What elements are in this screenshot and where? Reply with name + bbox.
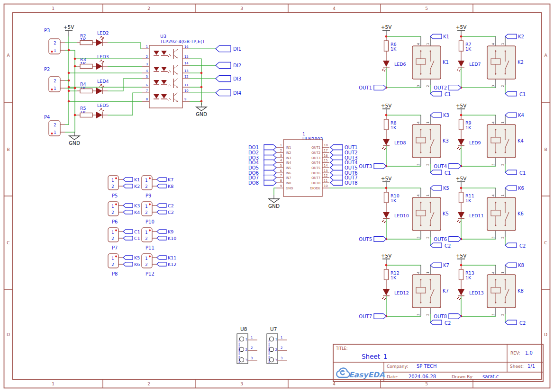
net-label: DI4 — [233, 90, 241, 96]
net-label: DO8 — [248, 180, 259, 186]
title-value[interactable]: Sheet_1 — [362, 353, 387, 360]
di-flag-1[interactable]: DI1 — [216, 45, 241, 52]
drawn-by-value[interactable]: sarat.c — [482, 374, 499, 379]
ic-value: TLP292-4(GB-TP,E(T — [160, 39, 205, 44]
row-ruler-label: A — [544, 53, 547, 58]
di-flag-2[interactable]: DI2 — [216, 62, 241, 68]
net-label: K2 — [518, 34, 524, 39]
title-block: TITLE: Sheet_1 REV: 1.0 Company: SP TECH… — [333, 344, 543, 382]
net-label: DI2 — [233, 63, 241, 68]
net-flag-icon — [216, 75, 231, 81]
input-channel-4[interactable]: R5 1K LED5 — [77, 103, 109, 118]
mount-u8[interactable]: U8 — [237, 326, 257, 364]
net-label: K1 — [443, 34, 449, 39]
net-label: OUT2 — [345, 150, 358, 155]
svg-text:18: 18 — [324, 143, 328, 147]
net-label: OUT1 — [345, 145, 358, 150]
jumper-p8[interactable]: K5 K6 P8 — [108, 254, 140, 276]
jumper-p6[interactable]: K3 K4 P6 — [108, 202, 140, 224]
net-label: K6 — [518, 186, 524, 191]
easyeda-logo-text: EasyEDA — [349, 371, 385, 379]
net-flag-icon — [264, 165, 276, 170]
mount-u7[interactable]: U7 — [267, 326, 287, 364]
mount-ref: U8 — [240, 326, 247, 332]
net-flag-icon — [330, 150, 343, 155]
jumper-matrix[interactable]: K1 K2 P5 K3 K4 P6 C1 C1 P7 K5 K6 P8 K7 K… — [108, 176, 176, 276]
col-ruler-label: 1 — [52, 6, 54, 11]
net-label: K3 — [443, 113, 449, 118]
input-channel-2[interactable]: R3 1K LED3 — [77, 54, 109, 70]
relay-ref: K1 — [443, 60, 449, 65]
jumper-p11[interactable]: K9 K10 P11 — [142, 228, 176, 250]
net-flag-icon — [330, 170, 343, 176]
svg-text:9: 9 — [280, 184, 282, 188]
mounting-holes[interactable]: U8 U7 — [237, 326, 287, 364]
resistor-ref: R6 — [391, 42, 397, 47]
opto-input-section[interactable]: P3 P2 P4 R2 1K LED2 R3 1K LED3 R4 1K — [44, 24, 241, 146]
di-flag-4[interactable]: DI4 — [216, 89, 241, 96]
relay-ref: K5 — [443, 211, 449, 216]
gnd-symbol — [69, 132, 80, 146]
ic-u3-optocoupler[interactable]: U3 TLP292-4(GB-TP,E(T 1 2 3 4 5 6 7 8 16… — [146, 34, 205, 108]
input-channel-1[interactable]: R2 1K LED2 — [77, 30, 109, 46]
net-label: K7 — [443, 263, 449, 268]
rev-label: REV: — [510, 351, 520, 356]
resistor-ref: R8 — [391, 120, 397, 125]
uln-left-pins: 1 2 3 4 5 6 7 8 9 IN1 IN2 IN3 IN4 IN5 IN… — [280, 143, 293, 190]
row-ruler-label: D — [7, 332, 10, 337]
net-flag-icon — [330, 180, 343, 186]
net-label: K5 — [134, 255, 140, 260]
do-flags[interactable]: DO1 DO2 DO3 DO4 DO5 DO6 DO7 DO8 — [248, 145, 276, 186]
jumper-p7[interactable]: C1 C1 P7 — [108, 228, 140, 250]
sheet-value[interactable]: 1/1 — [527, 364, 535, 369]
date-value[interactable]: 2024-06-28 — [409, 374, 436, 379]
jumper-p10[interactable]: C2 C2 P10 — [142, 202, 174, 224]
svg-text:OUT6: OUT6 — [311, 171, 320, 175]
connector-p3[interactable]: P3 — [44, 28, 65, 54]
svg-text:2: 2 — [146, 55, 148, 59]
led-ref: LED8 — [394, 140, 406, 145]
net-label: K8 — [168, 184, 173, 189]
connector-p2[interactable]: P2 — [44, 67, 65, 92]
jumper-p9[interactable]: K7 K8 P9 — [142, 176, 173, 198]
net-flag-icon — [264, 160, 276, 165]
input-channel-3[interactable]: R4 1K LED4 — [77, 79, 109, 94]
svg-text:15: 15 — [184, 55, 189, 59]
drawn-by-label: Drawn By: — [452, 374, 473, 379]
company-value[interactable]: SP TECH — [417, 364, 437, 369]
net-flag-icon — [330, 155, 343, 160]
uln2803-section[interactable]: 1 ULN2803 1 2 3 4 5 6 7 8 9 IN1 IN2 IN3 … — [248, 131, 386, 209]
jumper-p5[interactable]: K1 K2 P5 — [108, 176, 140, 198]
net-label: DO2 — [248, 150, 259, 155]
sheet-label: Sheet: — [510, 364, 524, 369]
net-label: OUT2 — [434, 85, 447, 90]
net-label: OUT8 — [434, 314, 447, 319]
relay-output-section[interactable]: R6 LED6 K1 K1 OUT1 C1 R7 LED7 K2 K2 OUT2… — [359, 24, 526, 326]
resistor-ref: R9 — [465, 120, 472, 125]
connector-ref: P4 — [44, 115, 50, 120]
relay-ref: K4 — [518, 138, 524, 143]
di-flag-3[interactable]: DI3 — [216, 75, 241, 81]
svg-text:OUT3: OUT3 — [311, 156, 320, 160]
net-flag-icon — [264, 175, 276, 180]
row-ruler-label: A — [7, 53, 10, 58]
net-label: K9 — [168, 229, 173, 234]
svg-text:6: 6 — [146, 83, 148, 87]
net-label: K2 — [134, 184, 140, 189]
svg-text:14: 14 — [184, 62, 189, 65]
svg-text:OUT4: OUT4 — [311, 161, 320, 165]
net-label: OUT7 — [345, 175, 358, 180]
schematic-canvas[interactable]: +5V GND — [0, 0, 554, 392]
jumper-p12[interactable]: K11 K12 P12 — [142, 254, 176, 276]
connector-p4[interactable]: P4 — [44, 115, 65, 136]
title-label: TITLE: — [336, 347, 347, 351]
net-label: K6 — [134, 262, 140, 267]
led-ref: LED9 — [469, 140, 481, 145]
net-label: C1 — [519, 170, 526, 176]
ic-designator: 1 — [302, 131, 305, 136]
rev-value[interactable]: 1.0 — [525, 350, 533, 356]
svg-text:2: 2 — [280, 149, 282, 152]
led-ref: LED11 — [469, 213, 484, 218]
vcc-symbol — [64, 24, 74, 37]
uln-out-flags[interactable]: OUT1 OUT2 OUT3 OUT4 OUT5 OUT6 OUT7 OUT8 — [330, 145, 358, 186]
